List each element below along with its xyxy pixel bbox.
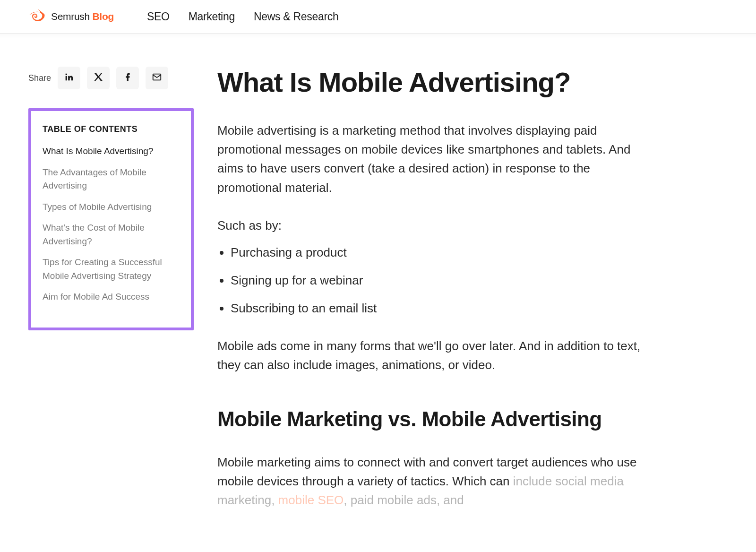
toc-title: TABLE OF CONTENTS	[43, 124, 180, 134]
toc-item-advantages[interactable]: The Advantages of Mobile Advertising	[43, 166, 180, 193]
article-h1: What Is Mobile Advertising?	[217, 67, 652, 98]
list-item: Subscribing to an email list	[231, 299, 652, 318]
share-x-button[interactable]	[87, 67, 110, 89]
toc-item-tips[interactable]: Tips for Creating a Successful Mobile Ad…	[43, 256, 180, 283]
share-linkedin-button[interactable]	[58, 67, 80, 89]
article-compare-paragraph: Mobile marketing aims to connect with an…	[217, 453, 652, 510]
toc-item-types[interactable]: Types of Mobile Advertising	[43, 200, 180, 214]
site-header: Semrush Blog SEO Marketing News & Resear…	[0, 0, 756, 34]
logo-brand-text: Semrush Blog	[51, 11, 114, 22]
article-intro-paragraph: Mobile advertising is a marketing method…	[217, 121, 652, 197]
article-forms-paragraph: Mobile ads come in many forms that we'll…	[217, 336, 652, 375]
toc-item-aim[interactable]: Aim for Mobile Ad Success	[43, 290, 180, 304]
nav-marketing[interactable]: Marketing	[189, 10, 235, 23]
semrush-fire-icon	[28, 9, 45, 25]
primary-nav: SEO Marketing News & Research	[147, 10, 339, 23]
list-item: Signing up for a webinar	[231, 271, 652, 290]
list-item: Purchasing a product	[231, 243, 652, 262]
share-facebook-button[interactable]	[116, 67, 139, 89]
article-such-as: Such as by:	[217, 216, 652, 235]
x-icon	[93, 72, 103, 84]
article-body: What Is Mobile Advertising? Mobile adver…	[217, 67, 671, 509]
nav-seo[interactable]: SEO	[147, 10, 170, 23]
share-label: Share	[28, 73, 51, 83]
article-bullet-list: Purchasing a product Signing up for a we…	[217, 243, 652, 318]
share-email-button[interactable]	[146, 67, 168, 89]
mobile-seo-link[interactable]: mobile SEO	[278, 493, 344, 507]
email-icon	[152, 72, 162, 84]
logo-link[interactable]: Semrush Blog	[28, 9, 114, 25]
facebook-icon	[122, 72, 133, 84]
table-of-contents: TABLE OF CONTENTS What Is Mobile Adverti…	[28, 108, 194, 330]
linkedin-icon	[64, 72, 74, 84]
share-row: Share	[28, 67, 194, 89]
article-h2: Mobile Marketing vs. Mobile Advertising	[217, 407, 652, 432]
toc-item-what-is[interactable]: What Is Mobile Advertising?	[43, 145, 180, 158]
nav-news-research[interactable]: News & Research	[254, 10, 339, 23]
toc-item-cost[interactable]: What's the Cost of Mobile Advertising?	[43, 221, 180, 248]
sidebar: Share TABLE	[28, 67, 194, 330]
